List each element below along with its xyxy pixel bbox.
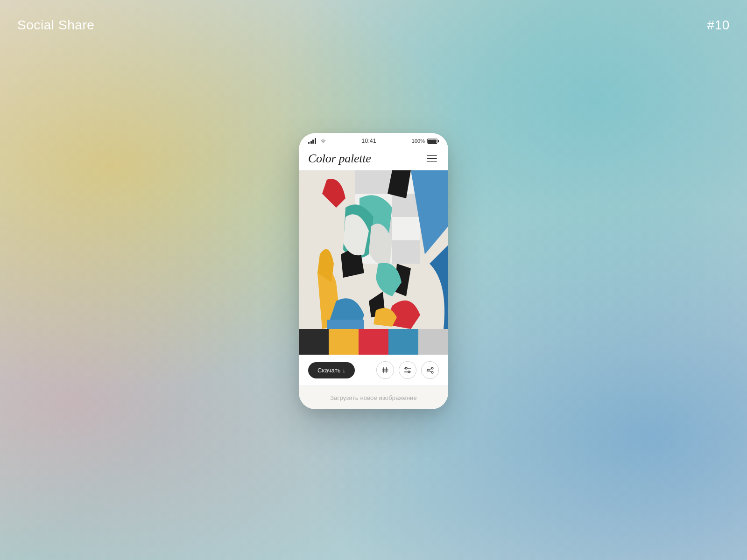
swatch-black[interactable] xyxy=(299,329,329,355)
battery-icon xyxy=(427,139,439,144)
action-bar: Скачать ↓ xyxy=(299,355,448,385)
svg-line-12 xyxy=(383,367,384,373)
app-name-label: Social Share xyxy=(17,18,94,33)
hashtag-button[interactable] xyxy=(376,361,394,379)
swatch-light-gray[interactable] xyxy=(418,329,448,355)
download-button[interactable]: Скачать ↓ xyxy=(308,362,355,378)
status-bar: 10:41 100% xyxy=(299,133,448,146)
icon-buttons-group xyxy=(376,361,439,379)
share-button[interactable] xyxy=(421,361,439,379)
share-icon xyxy=(427,367,434,374)
signal-icon xyxy=(308,138,316,144)
hashtag-icon xyxy=(382,367,388,373)
color-palette-row xyxy=(299,329,448,355)
wifi-icon xyxy=(320,139,326,143)
swatch-yellow[interactable] xyxy=(329,329,359,355)
status-time: 10:41 xyxy=(362,138,376,144)
svg-line-23 xyxy=(429,368,431,370)
upload-label: Загрузить новое изображение xyxy=(330,394,417,401)
svg-rect-11 xyxy=(327,320,364,329)
svg-line-24 xyxy=(429,371,431,372)
artwork-image xyxy=(299,170,448,329)
svg-point-19 xyxy=(408,371,410,373)
phone-mockup: 10:41 100% Color palette xyxy=(299,133,448,427)
upload-footer[interactable]: Загрузить новое изображение xyxy=(299,385,448,409)
sliders-icon xyxy=(404,367,411,373)
battery-pct-label: 100% xyxy=(412,138,425,144)
swatch-teal-blue[interactable] xyxy=(388,329,418,355)
app-header: Color palette xyxy=(299,146,448,170)
svg-rect-6 xyxy=(392,217,420,240)
svg-point-18 xyxy=(405,367,407,369)
menu-button[interactable] xyxy=(425,154,439,164)
svg-line-13 xyxy=(386,367,387,373)
svg-rect-1 xyxy=(355,170,392,194)
version-number-label: #10 xyxy=(707,18,730,33)
svg-rect-8 xyxy=(392,240,420,264)
status-left xyxy=(308,138,326,144)
swatch-red[interactable] xyxy=(359,329,388,355)
filter-button[interactable] xyxy=(399,361,416,379)
phone-frame: 10:41 100% Color palette xyxy=(299,133,448,409)
page-title: Color palette xyxy=(308,152,371,166)
status-right: 100% xyxy=(412,138,439,144)
